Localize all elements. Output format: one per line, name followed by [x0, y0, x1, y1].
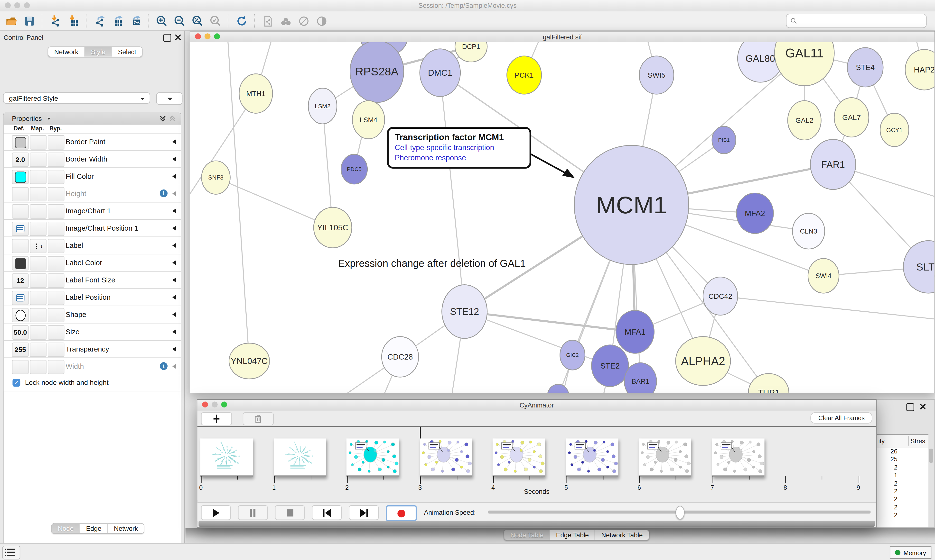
default-value-cell[interactable] — [12, 360, 29, 374]
search-box[interactable] — [786, 14, 927, 28]
default-value-cell[interactable] — [12, 135, 29, 149]
expand-all-icon[interactable] — [159, 115, 166, 122]
mapping-cell[interactable] — [30, 187, 46, 202]
annotation-link[interactable]: Cell-type-specific transcription — [395, 143, 523, 152]
style-options-button[interactable] — [156, 92, 183, 105]
node-SLT2[interactable]: SLT2 — [903, 241, 934, 293]
frame-thumbnail-4[interactable] — [420, 438, 472, 477]
column-ity[interactable]: ity — [878, 437, 885, 445]
refresh-layout-button[interactable] — [234, 14, 248, 28]
node-MFA2[interactable]: MFA2 — [736, 193, 773, 234]
expand-row-icon[interactable] — [173, 139, 176, 144]
edge-ste12-mfa1[interactable] — [464, 312, 635, 332]
mapping-cell[interactable]: ⋮› — [30, 239, 46, 253]
node-STE12[interactable]: STE12 — [442, 285, 487, 338]
table-row[interactable]: 2 — [877, 495, 929, 503]
default-value-cell[interactable]: 50.0 — [12, 325, 29, 340]
collapse-all-icon[interactable] — [169, 115, 176, 122]
style-target-tab-network[interactable]: Network — [108, 524, 144, 533]
edge-cdc42-r2[interactable] — [720, 296, 934, 322]
record-button[interactable] — [386, 505, 417, 521]
add-frame-button[interactable] — [201, 412, 232, 426]
property-row-border-width[interactable]: 2.0Border Width — [4, 151, 181, 168]
skip-end-button[interactable] — [349, 505, 379, 520]
property-row-image-chart-1[interactable]: Image/Chart 1 — [4, 203, 181, 220]
node-SNF3[interactable]: SNF3 — [202, 161, 230, 194]
network-titlebar[interactable]: galFiltered.sif — [190, 32, 934, 43]
node-MFA1[interactable]: MFA1 — [616, 311, 654, 353]
open-session-button[interactable] — [4, 14, 19, 28]
property-row-label-color[interactable]: Label Color — [4, 254, 181, 272]
mapping-cell[interactable] — [30, 256, 46, 271]
expand-row-icon[interactable] — [173, 226, 176, 231]
node-CLN3[interactable]: CLN3 — [793, 213, 825, 249]
frame-thumbnail-2[interactable] — [273, 438, 326, 477]
mapping-cell[interactable] — [30, 222, 46, 236]
default-value-cell[interactable] — [12, 291, 29, 305]
node-CDC42[interactable]: CDC42 — [703, 277, 738, 315]
expand-row-icon[interactable] — [173, 157, 176, 162]
default-value-cell[interactable] — [12, 187, 29, 202]
annotation-link[interactable]: Pheromone response — [395, 154, 523, 162]
mapping-cell[interactable] — [30, 170, 46, 184]
default-value-cell[interactable] — [12, 205, 29, 219]
float-panel-icon[interactable] — [906, 403, 914, 411]
node-PDC5[interactable]: PDC5 — [341, 154, 367, 184]
expand-row-icon[interactable] — [173, 174, 176, 179]
memory-button[interactable]: Memory — [890, 546, 931, 559]
info-icon[interactable]: i — [160, 189, 168, 197]
zoom-selected-button[interactable] — [208, 14, 222, 28]
property-row-transparency[interactable]: 255Transparency — [4, 341, 181, 358]
frame-thumbnail-1[interactable] — [201, 438, 253, 477]
node-PCK1[interactable]: PCK1 — [507, 56, 542, 94]
bypass-cell[interactable] — [48, 205, 65, 219]
delete-frame-button[interactable] — [243, 412, 274, 426]
node-SWI5[interactable]: SWI5 — [639, 56, 674, 94]
frame-thumbnail-3[interactable] — [347, 438, 399, 477]
node-RPS28A[interactable]: RPS28A — [350, 42, 404, 102]
network-document-button[interactable] — [261, 14, 275, 28]
mapping-cell[interactable] — [30, 308, 46, 322]
expand-row-icon[interactable] — [173, 278, 176, 282]
network-canvas[interactable]: DCP1RPS28ADMC1PCK1SWI5GAL80GAL11STE4HAP2… — [190, 42, 934, 392]
lock-size-row[interactable]: ✓ Lock node width and height — [4, 375, 181, 391]
node-LSM2[interactable]: LSM2 — [308, 88, 337, 124]
table-scrollbar[interactable] — [929, 449, 933, 463]
slider-thumb[interactable] — [676, 506, 685, 519]
property-row-height[interactable]: Heighti — [4, 185, 181, 203]
bypass-cell[interactable] — [48, 222, 65, 236]
tab-edge-table[interactable]: Edge Table — [550, 530, 596, 540]
hide-details-button[interactable] — [296, 14, 311, 28]
bypass-cell[interactable] — [48, 152, 65, 167]
show-panels-button[interactable] — [2, 546, 20, 559]
tab-network-table[interactable]: Network Table — [596, 530, 649, 540]
property-row-border-paint[interactable]: Border Paint — [4, 134, 181, 151]
style-target-tab-node[interactable]: Node — [52, 524, 80, 533]
table-row[interactable]: 2 — [877, 479, 929, 487]
table-row[interactable]: 25 — [877, 455, 929, 463]
expand-row-icon[interactable] — [173, 312, 176, 317]
frame-thumbnail-8[interactable] — [712, 438, 764, 477]
node-SWI4[interactable]: SWI4 — [808, 258, 839, 293]
property-row-label-font-size[interactable]: 12Label Font Size — [4, 272, 181, 289]
node-DMC1[interactable]: DMC1 — [420, 49, 460, 97]
binoculars-button[interactable] — [279, 14, 293, 28]
mapping-cell[interactable] — [30, 152, 46, 167]
bypass-cell[interactable] — [48, 170, 65, 184]
tab-node-table[interactable]: Node Table — [505, 530, 550, 540]
node-MCM1[interactable]: MCM1 — [574, 146, 688, 265]
expand-row-icon[interactable] — [173, 329, 176, 334]
zoom-fit-button[interactable] — [190, 14, 205, 28]
mapping-cell[interactable] — [30, 205, 46, 219]
tab-select[interactable]: Select — [112, 47, 142, 57]
node-YIL105C[interactable]: YIL105C — [313, 207, 352, 248]
animation-speed-slider[interactable] — [488, 511, 870, 514]
table-row[interactable]: 2 — [877, 511, 929, 519]
node-STE4[interactable]: STE4 — [847, 48, 883, 87]
property-row-fill-color[interactable]: Fill Color — [4, 168, 181, 185]
bypass-cell[interactable] — [48, 187, 65, 202]
stop-button[interactable] — [275, 505, 305, 520]
node-GAL2[interactable]: GAL2 — [788, 101, 821, 140]
property-row-size[interactable]: 50.0Size — [4, 323, 181, 341]
horizontal-scrollbar[interactable] — [199, 521, 875, 526]
